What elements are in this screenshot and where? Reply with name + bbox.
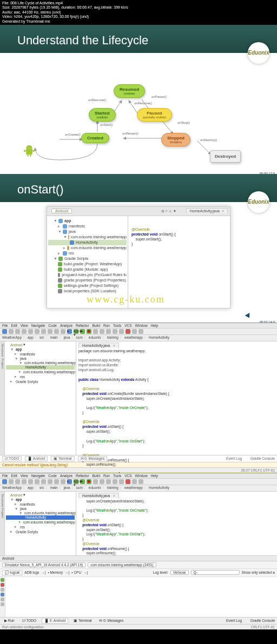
search-input[interactable]: Q- [191,570,240,575]
android-icon [22,143,37,158]
lifecycle-diagram: Created Started(visible) Resumed(visible… [5,57,272,165]
close-icon[interactable]: × [222,209,224,213]
adb-tab[interactable]: ADB logs [24,571,39,574]
breadcrumb-2[interactable]: WeatherApp〉app〉src〉main〉java〉com〉eduonix… [0,485,277,492]
cursor-icon [245,313,252,319]
state-paused: Paused(partially visible) [137,108,172,122]
video-line: Video: h264, yuv420p, 1280x720, 30.00 fp… [2,15,275,19]
project-tree-1[interactable]: Android ▾ ▼app ▸manifests ▼java ▼com.edu… [5,341,76,455]
ide-toolbar: Android ⊙ ÷ ☼ ✦ HomeActivity.java× [47,207,230,216]
watermark-text: www.cg-ku.com [87,294,165,305]
logcat-title: Android [0,556,277,561]
menu-bar[interactable]: FileEditViewNavigateCodeAnalyzeRefactorB… [0,323,277,328]
label-onresume2: onResume() [134,102,152,105]
label-ondestroy: onDestroy() [200,138,217,142]
state-resumed: Resumed(visible) [114,84,145,98]
bottom-tool-tabs-2[interactable]: ▶ Run ☑ TODO 📱 6: Android ▣ Terminal ✉ 0… [0,617,277,624]
size-line: Size: 20287987 bytes (19.35 MiB), durati… [2,5,275,10]
media-info-header: File: 008 Life Cycle of Activities.mp4 S… [0,0,277,25]
status-line-2: Run selected configurationCRLF‡ UTF-8‡ [0,624,277,629]
view-dropdown[interactable]: Android [51,209,72,213]
emulator-select[interactable]: Emulator Nexus_5_API_19 Android 4.4.2 (A… [2,562,85,567]
logcat-panel[interactable]: Android Emulator Nexus_5_API_19 Android … [0,555,277,617]
file-line: File: 008 Life Cycle of Activities.mp4 [2,1,275,5]
tree-selected: HomeActivity [48,240,127,245]
code-editor-1[interactable]: HomeActivity.java × package com.eduonix.… [76,341,277,455]
ide-panel-small: Android ⊙ ÷ ☼ ✦ HomeActivity.java× ▼app … [47,206,230,308]
state-stopped: Stopped(hidden) [161,133,190,146]
gen-line: Generated by Thumbnail me [2,19,275,24]
loglevel-select[interactable]: Verbose [170,570,189,575]
logo-badge-2: Eduonix [248,191,269,213]
svg-point-10 [32,150,35,152]
toolbar-dots-icon[interactable]: ⊙ ÷ ☼ ✦ [161,209,176,213]
ide-screenshot-2: FileEditViewNavigateCodeAnalyzeRefactorB… [0,473,277,629]
tree-active: HomeActivity [6,515,75,520]
state-destroyed: Destroyed [210,150,241,163]
svg-point-9 [24,150,26,152]
label-onpause: onPause() [151,95,167,98]
slide-onstart: onStart() Eduonix www.cg-ku.com Android … [0,174,277,323]
ide-screenshot-1: FileEditViewNavigateCodeAnalyzeRefactorB… [0,323,277,473]
mem-tab[interactable]: ▪ Memory [48,571,63,574]
logcat-side-icons[interactable] [0,577,5,617]
audio-line: Audio: aac, 44100 Hz, stereo (und) [2,10,275,15]
left-gutter-tabs[interactable]: Structure Project [0,341,5,455]
label-onresume1: onResume() [88,98,106,102]
breadcrumb[interactable]: WeatherApp〉app〉src〉main〉java〉com〉eduonix… [0,335,277,341]
toolbar[interactable]: ▸app ▾▶🐞 [0,328,277,335]
editor-tab[interactable]: HomeActivity.java× [186,208,228,213]
svg-rect-12 [30,155,31,157]
label-onrestart: onRestart() [122,132,138,135]
svg-line-5 [162,121,173,134]
svg-rect-8 [26,148,32,155]
state-created: Created [81,133,109,143]
logcat-filter-row: 💬 logcat ADB logs →| ▪ Memory →| ▪ CPU →… [0,569,277,577]
slide2-body: Eduonix www.cg-ku.com Android ⊙ ÷ ☼ ✦ Ho… [0,202,277,323]
editor-tab-1: HomeActivity.java × [78,343,119,348]
label-onstop: onStop() [177,121,190,124]
slide1-body: Eduonix Created Started(visible) Resumed… [0,53,277,174]
slide-lifecycle: Understand the Lifecycle Eduonix Created… [0,25,277,174]
cpu-tab[interactable]: ▪ CPU [71,571,81,574]
slide2-title: onStart() [0,174,277,202]
logcat-device-row: Emulator Nexus_5_API_19 Android 4.4.2 (A… [0,561,277,569]
label-onstart: onStart() [100,123,113,126]
slide1-title: Understand the Lifecycle [0,25,277,53]
project-tree-2[interactable]: Android ▾ ▼app ▸manifests ▼java ▼com.edu… [5,492,76,555]
state-started: Started(visible) [89,108,116,122]
left-gutter-tabs-2[interactable]: Structure Project [0,492,5,555]
svg-rect-11 [28,155,29,157]
toolbar-2[interactable]: ▸app ▾▶🐞 [0,479,277,485]
svg-line-7 [197,141,211,155]
code-editor-2[interactable]: HomeActivity.java × super.onCreate(saved… [76,492,277,555]
label-oncreate: onCreate() [65,133,81,136]
menu-bar-2[interactable]: FileEditViewNavigateCodeAnalyzeRefactorB… [0,473,277,479]
process-select[interactable]: com.eduonix.training.weatherapp (2451) [88,562,156,567]
logcat-tab[interactable]: 💬 logcat [2,570,22,575]
